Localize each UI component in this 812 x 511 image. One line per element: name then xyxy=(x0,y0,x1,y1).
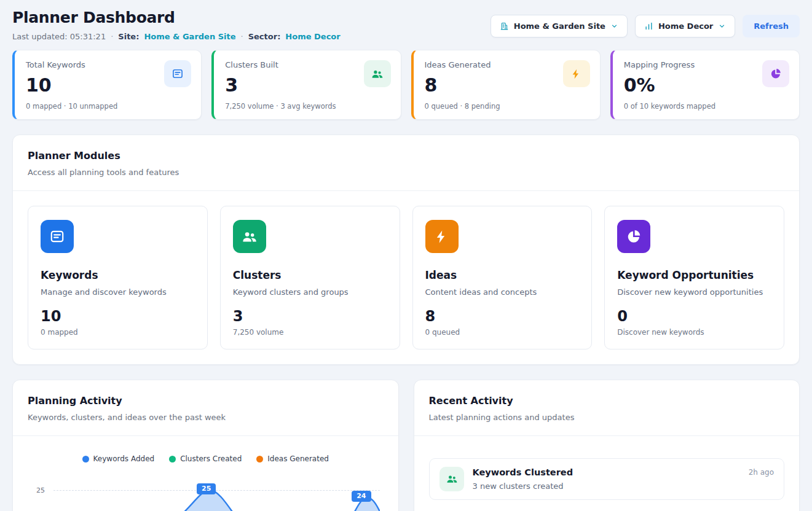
stats-row: Total Keywords 10 0 mapped · 10 unmapped… xyxy=(12,50,800,120)
recent-activity-header: Recent Activity Latest planning actions … xyxy=(414,380,800,435)
site-select-dropdown[interactable]: Home & Garden Site xyxy=(491,15,628,37)
point-label-24: 24 xyxy=(352,491,371,502)
last-updated-text: Last updated: 05:31:21 xyxy=(12,32,106,41)
stat-card-ideas-generated[interactable]: Ideas Generated 8 0 queued · 8 pending xyxy=(411,50,601,120)
activity-item-texts: Keywords Clustered 3 new clusters create… xyxy=(473,467,574,491)
module-caption: 7,250 volume xyxy=(233,328,387,337)
header-controls: Home & Garden Site Home Decor Refresh xyxy=(491,15,800,37)
module-value: 0 xyxy=(617,308,771,325)
pie-icon xyxy=(617,220,650,253)
module-value: 3 xyxy=(233,308,387,325)
planning-activity-title: Planning Activity xyxy=(28,395,384,407)
modules-panel-title: Planner Modules xyxy=(28,150,784,162)
users-icon xyxy=(440,467,464,491)
modules-grid: Keywords Manage and discover keywords 10… xyxy=(13,191,799,364)
module-description: Discover new keyword opportunities xyxy=(617,287,771,297)
planning-activity-header: Planning Activity Keywords, clusters, an… xyxy=(13,380,398,435)
module-description: Keyword clusters and groups xyxy=(233,287,387,297)
recent-activity-title: Recent Activity xyxy=(429,395,785,407)
keywords-added-area-series xyxy=(53,475,380,511)
module-title: Clusters xyxy=(233,269,387,281)
page-title: Planner Dashboard xyxy=(12,9,341,26)
chevron-down-icon xyxy=(718,22,726,30)
building-icon xyxy=(500,21,509,31)
header-left: Planner Dashboard Last updated: 05:31:21… xyxy=(12,9,341,41)
legend-dot-blue xyxy=(82,456,89,462)
activity-list-item[interactable]: Keywords Clustered 3 new clusters create… xyxy=(429,458,785,500)
module-card-keyword-opportunities[interactable]: Keyword Opportunities Discover new keywo… xyxy=(604,206,784,349)
module-title: Keywords xyxy=(41,269,195,281)
planning-activity-chart[interactable]: 25 25 24 xyxy=(28,475,384,511)
stat-caption: 0 of 10 keywords mapped xyxy=(624,102,788,111)
activity-item-timestamp: 2h ago xyxy=(749,467,774,477)
legend-item-ideas-generated: Ideas Generated xyxy=(256,454,329,463)
stat-card-mapping-progress[interactable]: Mapping Progress 0% 0 of 10 keywords map… xyxy=(610,50,800,120)
bolt-icon xyxy=(563,60,590,87)
planning-activity-subtitle: Keywords, clusters, and ideas over the p… xyxy=(28,413,384,422)
meta-separator: · xyxy=(111,32,113,41)
users-icon xyxy=(364,60,391,87)
stat-card-clusters-built[interactable]: Clusters Built 3 7,250 volume · 3 avg ke… xyxy=(211,50,401,120)
module-value: 8 xyxy=(425,308,580,325)
sector-select-dropdown[interactable]: Home Decor xyxy=(635,15,735,37)
recent-activity-body: Keywords Clustered 3 new clusters create… xyxy=(414,436,800,511)
legend-dot-orange xyxy=(256,456,263,462)
refresh-button[interactable]: Refresh xyxy=(743,15,800,37)
legend-item-keywords-added: Keywords Added xyxy=(82,454,155,463)
planning-activity-panel: Planning Activity Keywords, clusters, an… xyxy=(12,380,399,511)
planner-dashboard-page: Planner Dashboard Last updated: 05:31:21… xyxy=(0,0,812,511)
site-select-value: Home & Garden Site xyxy=(514,21,605,31)
pie-icon xyxy=(762,60,789,87)
y-axis-tick: 25 xyxy=(36,486,45,494)
stat-caption: 0 mapped · 10 unmapped xyxy=(26,102,190,111)
stat-caption: 7,250 volume · 3 avg keywords xyxy=(225,102,389,111)
bar-chart-icon xyxy=(644,21,653,31)
module-value: 10 xyxy=(41,308,195,325)
chevron-down-icon xyxy=(610,22,618,30)
sector-select-value: Home Decor xyxy=(658,21,713,31)
sector-link[interactable]: Home Decor xyxy=(285,32,340,41)
planner-modules-panel: Planner Modules Access all planning tool… xyxy=(12,135,800,365)
site-label: Site: xyxy=(118,32,139,41)
legend-label: Keywords Added xyxy=(93,454,155,463)
recent-activity-subtitle: Latest planning actions and updates xyxy=(429,413,785,422)
document-icon xyxy=(41,220,74,253)
module-card-clusters[interactable]: Clusters Keyword clusters and groups 3 7… xyxy=(220,206,400,349)
stat-card-total-keywords[interactable]: Total Keywords 10 0 mapped · 10 unmapped xyxy=(12,50,202,120)
page-header: Planner Dashboard Last updated: 05:31:21… xyxy=(12,9,800,41)
legend-label: Ideas Generated xyxy=(267,454,329,463)
modules-panel-header: Planner Modules Access all planning tool… xyxy=(13,135,799,190)
point-label-25: 25 xyxy=(197,483,216,494)
planning-activity-body: Keywords Added Clusters Created Ideas Ge… xyxy=(13,436,398,511)
bolt-icon xyxy=(425,220,459,253)
activity-item-title: Keywords Clustered xyxy=(473,467,574,477)
legend-dot-green xyxy=(169,456,176,462)
stat-caption: 0 queued · 8 pending xyxy=(425,102,589,111)
module-description: Manage and discover keywords xyxy=(41,287,195,297)
legend-item-clusters-created: Clusters Created xyxy=(169,454,242,463)
module-card-ideas[interactable]: Ideas Content ideas and concepts 8 0 que… xyxy=(412,206,593,349)
chart-legend: Keywords Added Clusters Created Ideas Ge… xyxy=(28,454,384,463)
activity-item-subtitle: 3 new clusters created xyxy=(473,482,574,491)
module-description: Content ideas and concepts xyxy=(425,287,580,297)
module-title: Keyword Opportunities xyxy=(617,269,771,281)
module-caption: 0 mapped xyxy=(41,328,195,337)
module-card-keywords[interactable]: Keywords Manage and discover keywords 10… xyxy=(28,206,208,349)
meta-separator: · xyxy=(241,32,243,41)
users-icon xyxy=(233,220,266,253)
site-link[interactable]: Home & Garden Site xyxy=(144,32,235,41)
legend-label: Clusters Created xyxy=(180,454,242,463)
sector-label: Sector: xyxy=(248,32,281,41)
recent-activity-panel: Recent Activity Latest planning actions … xyxy=(414,380,800,511)
modules-panel-subtitle: Access all planning tools and features xyxy=(28,168,784,177)
module-caption: Discover new keywords xyxy=(617,328,771,337)
module-title: Ideas xyxy=(425,269,580,281)
bottom-row: Planning Activity Keywords, clusters, an… xyxy=(12,380,800,511)
document-icon xyxy=(164,60,191,87)
module-caption: 0 queued xyxy=(425,328,580,337)
header-meta: Last updated: 05:31:21 · Site: Home & Ga… xyxy=(12,32,341,41)
